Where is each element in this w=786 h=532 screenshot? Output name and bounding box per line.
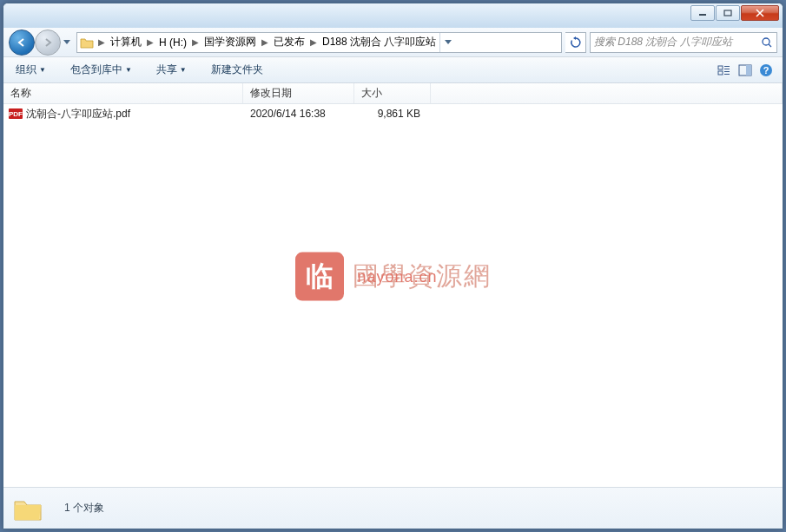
refresh-button[interactable] bbox=[565, 32, 586, 53]
svg-text:?: ? bbox=[763, 65, 769, 76]
include-label: 包含到库中 bbox=[70, 62, 122, 77]
address-bar[interactable]: ▶ 计算机 ▶ H (H:) ▶ 国学资源网 ▶ 已发布 ▶ D188 沈朝合 … bbox=[76, 32, 562, 53]
breadcrumb-segment[interactable]: 计算机 bbox=[107, 33, 145, 52]
maximize-button[interactable] bbox=[716, 5, 740, 21]
forward-button[interactable] bbox=[35, 30, 61, 56]
breadcrumb-segment[interactable]: 已发布 bbox=[270, 33, 308, 52]
svg-rect-3 bbox=[718, 66, 723, 69]
include-library-button[interactable]: 包含到库中 ▼ bbox=[65, 60, 137, 80]
search-input[interactable]: 搜索 D188 沈朝合 八字叩应站 bbox=[590, 32, 777, 53]
chevron-right-icon[interactable]: ▶ bbox=[190, 37, 201, 47]
file-list[interactable]: PDF 沈朝合-八字叩应站.pdf 2020/6/14 16:38 9,861 … bbox=[3, 104, 783, 487]
chevron-down-icon: ▼ bbox=[125, 66, 132, 74]
svg-rect-4 bbox=[718, 71, 723, 75]
svg-rect-8 bbox=[724, 74, 730, 75]
status-bar: 1 个对象 bbox=[3, 487, 783, 529]
watermark-sub: nayona.cn bbox=[358, 267, 438, 286]
nav-arrows bbox=[9, 30, 73, 56]
view-options-button[interactable] bbox=[715, 61, 734, 80]
svg-rect-5 bbox=[724, 66, 730, 67]
explorer-window: ▶ 计算机 ▶ H (H:) ▶ 国学资源网 ▶ 已发布 ▶ D188 沈朝合 … bbox=[3, 3, 783, 529]
svg-rect-0 bbox=[699, 14, 706, 16]
newfolder-label: 新建文件夹 bbox=[211, 62, 263, 77]
breadcrumb-segment[interactable]: H (H:) bbox=[155, 33, 190, 52]
title-bar bbox=[3, 3, 783, 28]
watermark: 临 國學資源網 nayona.cn bbox=[295, 252, 492, 300]
nav-history-dropdown[interactable] bbox=[61, 30, 73, 56]
chevron-down-icon: ▼ bbox=[39, 66, 46, 74]
breadcrumb-segment[interactable]: D188 沈朝合 八字叩应站 bbox=[319, 33, 439, 52]
file-date: 2020/6/14 16:38 bbox=[243, 108, 354, 120]
svg-rect-1 bbox=[724, 10, 731, 16]
breadcrumb-segment[interactable]: 国学资源网 bbox=[201, 33, 260, 52]
watermark-badge: 临 bbox=[295, 252, 344, 300]
search-icon bbox=[761, 36, 773, 49]
svg-rect-7 bbox=[724, 71, 730, 72]
toolbar: 组织 ▼ 包含到库中 ▼ 共享 ▼ 新建文件夹 ? bbox=[3, 57, 783, 83]
search-placeholder: 搜索 D188 沈朝合 八字叩应站 bbox=[594, 35, 761, 49]
organize-button[interactable]: 组织 ▼ bbox=[10, 60, 51, 80]
chevron-right-icon[interactable]: ▶ bbox=[96, 37, 107, 47]
breadcrumb-dropdown[interactable] bbox=[439, 33, 455, 52]
help-button[interactable]: ? bbox=[756, 61, 776, 80]
organize-label: 组织 bbox=[16, 62, 36, 77]
folder-icon bbox=[79, 35, 95, 50]
share-button[interactable]: 共享 ▼ bbox=[151, 60, 192, 80]
svg-point-2 bbox=[763, 38, 769, 45]
header-spacer bbox=[431, 83, 783, 103]
new-folder-button[interactable]: 新建文件夹 bbox=[206, 60, 268, 80]
file-size: 9,861 KB bbox=[354, 108, 431, 120]
column-headers: 名称 修改日期 大小 bbox=[3, 83, 783, 104]
chevron-down-icon: ▼ bbox=[180, 66, 187, 74]
preview-pane-button[interactable] bbox=[736, 61, 755, 80]
file-row[interactable]: PDF 沈朝合-八字叩应站.pdf 2020/6/14 16:38 9,861 … bbox=[3, 104, 783, 123]
watermark-text: 國學資源網 bbox=[353, 259, 492, 294]
minimize-button[interactable] bbox=[690, 5, 715, 21]
status-count: 1 个对象 bbox=[64, 501, 104, 516]
pdf-icon: PDF bbox=[9, 108, 23, 119]
nav-bar: ▶ 计算机 ▶ H (H:) ▶ 国学资源网 ▶ 已发布 ▶ D188 沈朝合 … bbox=[3, 28, 783, 57]
svg-rect-6 bbox=[724, 69, 730, 69]
chevron-right-icon[interactable]: ▶ bbox=[260, 37, 270, 47]
folder-icon bbox=[12, 495, 43, 522]
header-name[interactable]: 名称 bbox=[3, 83, 243, 103]
share-label: 共享 bbox=[156, 62, 177, 77]
svg-rect-10 bbox=[746, 65, 751, 76]
file-name: 沈朝合-八字叩应站.pdf bbox=[26, 107, 130, 122]
back-button[interactable] bbox=[9, 30, 35, 56]
chevron-right-icon[interactable]: ▶ bbox=[145, 37, 155, 47]
header-date[interactable]: 修改日期 bbox=[243, 83, 354, 103]
chevron-right-icon[interactable]: ▶ bbox=[308, 37, 319, 47]
close-button[interactable] bbox=[741, 5, 779, 21]
header-size[interactable]: 大小 bbox=[354, 83, 431, 103]
